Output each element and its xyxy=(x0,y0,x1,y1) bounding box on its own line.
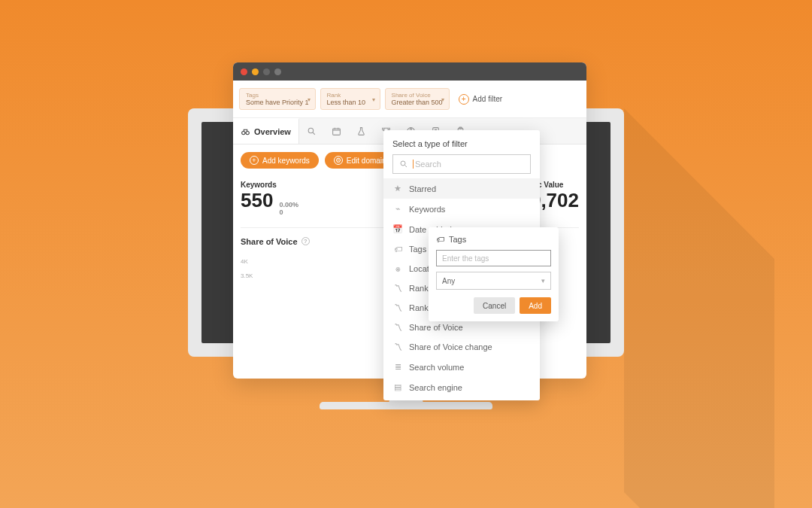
chart-icon: 〽 xyxy=(392,303,403,312)
filter-bar: Tags Some have Priority 1 ▾ Rank Less th… xyxy=(233,81,586,118)
button-label: Edit domain xyxy=(347,157,386,165)
calendar-icon: 📅 xyxy=(392,224,403,234)
tab-label: Overview xyxy=(254,127,291,136)
close-icon[interactable] xyxy=(241,68,247,75)
info-icon[interactable]: ? xyxy=(301,237,310,245)
stat-label: Keywords xyxy=(241,181,298,189)
filter-pill-sov[interactable]: Share of Voice Greater than 500 ▾ xyxy=(385,88,450,110)
tags-match-select[interactable]: Any ▾ xyxy=(436,272,551,290)
minimize-icon[interactable] xyxy=(252,68,259,75)
sov-title: Share of Voice xyxy=(241,237,298,246)
flask-icon xyxy=(356,126,366,136)
dropdown-header: Select a type of filter xyxy=(383,130,540,154)
tab-overview[interactable]: Overview xyxy=(233,118,299,144)
binoculars-icon xyxy=(241,127,250,137)
calendar-icon xyxy=(332,126,341,136)
tag-icon: 🏷 xyxy=(436,235,444,244)
svg-point-1 xyxy=(246,131,249,134)
button-label: Add keywords xyxy=(262,157,310,165)
tab-calendar[interactable] xyxy=(324,118,349,144)
add-button[interactable]: Add xyxy=(520,297,551,314)
chart-icon: 〽 xyxy=(392,342,403,351)
key-icon: ⌁ xyxy=(392,204,403,214)
chevron-down-icon: ▾ xyxy=(308,96,311,102)
plus-icon: + xyxy=(250,156,259,165)
filter-item-keywords[interactable]: ⌁Keywords xyxy=(383,199,540,219)
filter-label: Rank xyxy=(327,92,374,99)
search-icon xyxy=(307,126,317,136)
filter-item-sov-change[interactable]: 〽Share of Voice change xyxy=(383,337,540,357)
item-label: Rank xyxy=(409,284,429,293)
engine-icon: ▤ xyxy=(392,382,403,392)
tab-flask[interactable] xyxy=(349,118,374,144)
filter-item-starred[interactable]: ★Starred xyxy=(383,178,540,199)
cancel-button[interactable]: Cancel xyxy=(474,297,515,314)
chevron-down-icon: ▾ xyxy=(541,277,545,284)
filter-pill-tags[interactable]: Tags Some have Priority 1 ▾ xyxy=(239,88,316,110)
item-label: Share of Voice xyxy=(409,323,463,332)
filter-label: Share of Voice xyxy=(392,92,443,99)
location-icon: ⎈ xyxy=(392,264,403,273)
chart-icon: 〽 xyxy=(392,323,403,332)
filter-label: Tags xyxy=(246,92,309,99)
add-filter-label: Add filter xyxy=(473,95,502,103)
maximize-icon[interactable] xyxy=(263,68,270,75)
search-icon xyxy=(399,160,408,169)
popover-title: Tags xyxy=(449,235,466,244)
star-icon: ★ xyxy=(392,184,403,193)
filter-pill-rank[interactable]: Rank Less than 10 ▾ xyxy=(320,88,380,110)
item-label: Tags xyxy=(409,245,426,254)
svg-rect-3 xyxy=(333,128,341,135)
chevron-down-icon: ▾ xyxy=(441,96,444,102)
filter-value: Greater than 500 xyxy=(392,99,443,106)
stat-keywords: Keywords 550 0.00% 0 xyxy=(241,181,298,217)
titlebar xyxy=(233,62,586,81)
plus-circle-icon: + xyxy=(459,94,469,105)
filter-search-field[interactable] xyxy=(392,154,531,174)
filter-item-search-engine[interactable]: ▤Search engine xyxy=(383,377,540,397)
svg-point-0 xyxy=(242,131,245,134)
bars-icon: ≣ xyxy=(392,362,403,372)
gear-icon: ⚙ xyxy=(334,156,343,165)
item-label: Search engine xyxy=(409,383,462,392)
select-value: Any xyxy=(442,277,455,285)
chart-icon: 〽 xyxy=(392,284,403,293)
svg-point-2 xyxy=(308,128,314,133)
chevron-down-icon: ▾ xyxy=(372,96,375,102)
filter-value: Some have Priority 1 xyxy=(246,99,309,106)
svg-point-8 xyxy=(401,161,405,166)
item-label: Keywords xyxy=(409,205,445,214)
filter-value: Less than 10 xyxy=(327,99,374,106)
item-label: Search volume xyxy=(409,363,464,372)
item-label: Share of Voice change xyxy=(409,342,492,351)
item-label: Starred xyxy=(409,184,436,193)
filter-search-input[interactable] xyxy=(413,160,524,169)
tab-search[interactable] xyxy=(299,118,324,144)
tags-input[interactable] xyxy=(436,250,551,266)
window-dot-icon xyxy=(274,68,281,75)
tag-icon: 🏷 xyxy=(392,245,403,254)
filter-item-search-volume[interactable]: ≣Search volume xyxy=(383,357,540,377)
add-filter-button[interactable]: + Add filter xyxy=(459,94,502,105)
stat-delta: 0 xyxy=(279,209,298,217)
stat-value: 550 xyxy=(241,189,273,212)
add-keywords-button[interactable]: + Add keywords xyxy=(241,152,319,169)
tags-filter-popover: 🏷 Tags Any ▾ Cancel Add xyxy=(429,227,559,321)
